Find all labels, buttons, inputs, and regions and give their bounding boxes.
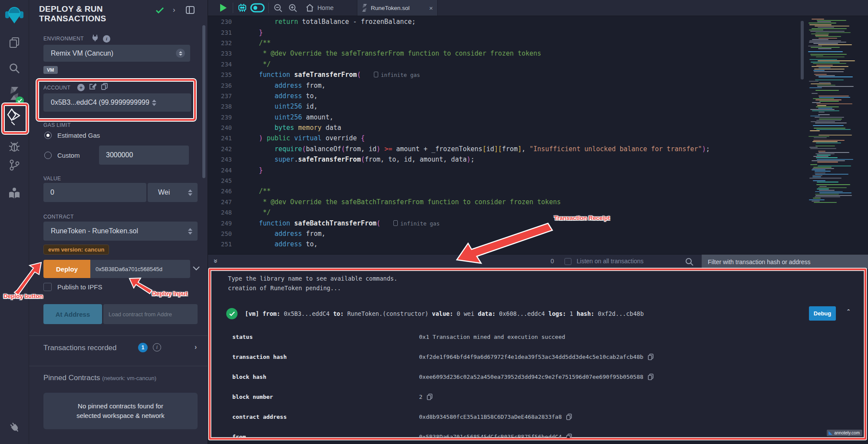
value-input[interactable]: 0 <box>43 183 146 202</box>
minimap-line <box>810 164 817 165</box>
minimap-line <box>817 162 838 162</box>
code-editor[interactable]: 230 return totalBalance - frozenBalance;… <box>208 16 868 254</box>
terminal-search-icon[interactable] <box>685 258 693 268</box>
code-line[interactable]: 244 } <box>208 165 868 175</box>
plugin-manager-icon[interactable] <box>0 421 29 434</box>
solidity-file-icon <box>362 4 367 12</box>
code-line[interactable]: 236 address from, <box>208 80 868 90</box>
transactions-info-icon[interactable]: i <box>153 343 161 351</box>
code-line[interactable]: 242 require(balanceOf(from, id) >= amoun… <box>208 144 868 154</box>
transaction-summary-row[interactable]: [vm] from: 0x5B3...eddC4 to: RuneToken.(… <box>217 304 858 323</box>
solidity-compiler-icon[interactable] <box>0 86 29 101</box>
deploy-button[interactable]: Deploy <box>43 260 90 278</box>
file-explorer-icon[interactable] <box>0 36 29 49</box>
minimap-line <box>818 44 852 45</box>
code-line[interactable]: 247 * @dev Override the safeBatchTransfe… <box>208 197 868 207</box>
code-line[interactable]: 241 ) public virtual override { <box>208 133 868 143</box>
copy-icon[interactable] <box>427 394 432 400</box>
value-unit-select[interactable]: Wei <box>148 183 198 202</box>
code-line[interactable]: 234 */ <box>208 59 868 70</box>
terminal-expand-icon[interactable]: » <box>211 259 220 263</box>
minimap-line <box>811 55 823 56</box>
code-line[interactable]: 249 function safeBatchTransferFrom(infin… <box>208 218 868 228</box>
code-line[interactable]: 239 uint256 amount, <box>208 112 868 123</box>
code-line[interactable]: 237 address to, <box>208 91 868 101</box>
publish-ipfs-checkbox[interactable] <box>43 283 52 291</box>
edit-account-icon[interactable] <box>89 83 96 92</box>
contract-select[interactable]: RuneToken - RuneToken.sol <box>43 222 198 241</box>
code-line[interactable]: 230 return totalBalance - frozenBalance; <box>208 17 868 27</box>
home-tab[interactable]: Home <box>306 0 333 16</box>
zoom-in-icon[interactable] <box>288 0 297 16</box>
code-line[interactable]: 240 bytes memory data <box>208 123 868 133</box>
code-text: function safeTransferFrom(infinite gas <box>243 71 420 79</box>
deploy-expand-chevron-icon[interactable] <box>193 265 200 272</box>
git-branch-icon[interactable] <box>0 159 29 171</box>
learn-icon[interactable] <box>0 187 29 200</box>
collapse-receipt-icon[interactable]: ˆ <box>846 308 851 317</box>
code-line[interactable]: 245 <box>208 176 868 186</box>
code-line[interactable]: 233 * @dev Override the safeTransferFrom… <box>208 48 868 59</box>
tab-runetoken-sol[interactable]: RuneToken.sol × <box>357 0 438 16</box>
environment-select[interactable]: Remix VM (Cancun) <box>43 45 190 62</box>
code-line[interactable]: 250 address from, <box>208 229 868 239</box>
remix-logo-icon[interactable] <box>0 4 29 24</box>
zoom-out-icon[interactable] <box>274 0 283 16</box>
minimap-line <box>813 140 845 141</box>
deploy-run-icon[interactable] <box>0 107 29 126</box>
account-stepper-icon[interactable] <box>152 99 156 106</box>
environment-info-icon[interactable]: i <box>103 35 110 43</box>
code-line[interactable]: 243 super.safeTransferFrom(from, to, id,… <box>208 154 868 165</box>
copy-icon[interactable] <box>566 414 572 420</box>
at-address-input[interactable]: Load contract from Addre <box>103 304 198 324</box>
run-script-icon[interactable] <box>219 0 227 16</box>
editor-scrollbar[interactable] <box>801 21 804 80</box>
minimap-line <box>819 101 839 102</box>
copy-icon[interactable] <box>566 434 572 440</box>
minimap-line <box>815 194 839 195</box>
custom-gas-radio[interactable] <box>44 152 52 159</box>
search-icon[interactable] <box>0 63 29 74</box>
editor-toolbar: Home RuneToken.sol × <box>208 0 868 16</box>
minimap-line <box>809 42 846 43</box>
terminal-output[interactable]: Type the library name to see available c… <box>209 268 866 440</box>
debug-button[interactable]: Debug <box>809 306 836 321</box>
code-line[interactable]: 246 /** <box>208 186 868 196</box>
code-line[interactable]: 231 } <box>208 27 868 37</box>
minimap-line <box>815 153 835 154</box>
add-account-icon[interactable]: + <box>77 84 85 91</box>
code-line[interactable]: 238 uint256 id, <box>208 101 868 112</box>
account-select[interactable]: 0x5B3...eddC4 (99.9999999999 <box>43 93 191 112</box>
deploy-run-panel: DEPLOY & RUN TRANSACTIONS › ENVIRONMENT … <box>29 0 208 444</box>
fork-plug-icon[interactable] <box>92 34 98 43</box>
deploy-button-annotation-label: Deploy button <box>3 293 43 299</box>
deploy-input[interactable]: 0x5B38Da6a701c568545d <box>90 260 190 278</box>
listen-all-checkbox[interactable] <box>564 258 571 265</box>
copy-account-icon[interactable] <box>101 83 108 92</box>
environment-stepper-icon[interactable] <box>176 49 185 58</box>
copilot-toggle-icon[interactable] <box>250 0 265 16</box>
estimated-gas-radio[interactable] <box>44 132 52 139</box>
code-line[interactable]: 248 */ <box>208 207 868 218</box>
panel-expand-icon[interactable]: › <box>173 6 175 14</box>
panel-layout-icon[interactable] <box>186 6 195 16</box>
code-line[interactable]: 235 function safeTransferFrom(infinite g… <box>208 70 868 80</box>
copy-icon[interactable] <box>648 354 653 360</box>
line-number: 250 <box>208 230 243 237</box>
copy-icon[interactable] <box>648 374 653 380</box>
value-unit-stepper-icon[interactable] <box>188 189 192 196</box>
ai-assistant-icon[interactable] <box>237 0 248 16</box>
code-line[interactable]: 232 /** <box>208 38 868 48</box>
contract-stepper-icon[interactable] <box>188 228 192 235</box>
minimap-line <box>812 110 839 111</box>
terminal-filter-input[interactable]: Filter with transaction hash or address <box>702 255 868 269</box>
transactions-expand-icon[interactable]: › <box>195 343 197 351</box>
at-address-button[interactable]: At Address <box>43 304 102 324</box>
custom-gas-input[interactable]: 3000000 <box>99 146 189 165</box>
code-line[interactable]: 251 address to, <box>208 239 868 249</box>
tab-close-icon[interactable]: × <box>429 4 433 12</box>
debugger-icon[interactable] <box>0 141 29 153</box>
panel-scrollbar[interactable] <box>202 25 205 178</box>
minimap-line <box>818 96 849 96</box>
minimap[interactable] <box>806 17 853 204</box>
